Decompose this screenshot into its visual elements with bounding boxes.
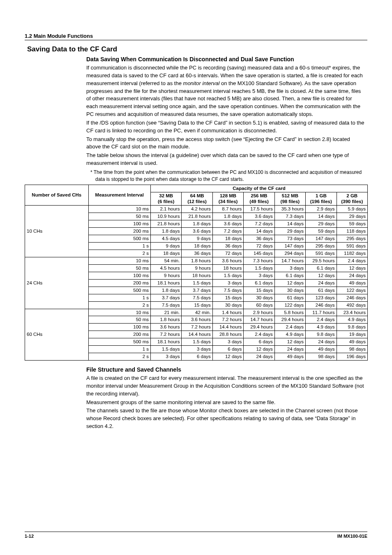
heading-file-structure: File Structure and Saved Channels bbox=[86, 366, 365, 373]
cell-value: 8.7 hours bbox=[212, 206, 243, 213]
cell-value: 21.8 hours bbox=[150, 220, 181, 228]
cell-value: 49 days bbox=[337, 338, 367, 346]
cell-value: 2.1 hours bbox=[150, 206, 181, 213]
cell-value: 9 days bbox=[150, 243, 181, 250]
cell-value: 7.2 hours bbox=[182, 324, 212, 331]
cell-value: 18 days bbox=[150, 250, 181, 257]
cell-value: 295 days bbox=[306, 243, 337, 250]
cell-value: 24 days bbox=[244, 353, 274, 361]
cell-value: 7.3 hours bbox=[244, 257, 274, 264]
cell-value: 21.8 hours bbox=[182, 213, 212, 220]
paragraph-2: If the /DS option function (see “Saving … bbox=[86, 119, 365, 135]
cell-value: 9.8 days bbox=[337, 324, 367, 331]
cell-value: 6.1 days bbox=[274, 272, 305, 279]
cell-value: 1.5 days bbox=[182, 338, 212, 346]
cell-value: 7.5 days bbox=[182, 294, 212, 301]
cell-value: 122 days bbox=[337, 287, 367, 294]
paragraph-4: The table below shows the interval (a gu… bbox=[86, 152, 365, 167]
cell-interval: 100 ms bbox=[88, 220, 150, 228]
table-row: 10 CHs10 ms2.1 hours4.2 hours8.7 hours17… bbox=[25, 206, 368, 213]
cell-value: 4.9 days bbox=[306, 324, 337, 331]
cell-value: 98 days bbox=[337, 346, 367, 353]
cell-value: 147 days bbox=[274, 243, 305, 250]
cell-value: 12 days bbox=[274, 279, 305, 287]
cell-value: 21 min. bbox=[150, 309, 181, 316]
cell-value: 12 days bbox=[212, 353, 243, 361]
cell-value: 1.8 days bbox=[150, 228, 181, 235]
cell-value: 2.4 days bbox=[306, 316, 337, 324]
paragraph-6: Measurement groups of the same monitorin… bbox=[86, 399, 365, 407]
cell-value: 295 days bbox=[337, 235, 367, 243]
cell-value: 28.8 hours bbox=[212, 331, 243, 338]
cell-interval: 1 s bbox=[88, 294, 150, 301]
cell-value: 1.5 days bbox=[212, 272, 243, 279]
cell-value: 6 days bbox=[182, 353, 212, 361]
cell-interval: 500 ms bbox=[88, 287, 150, 294]
cell-value: 61 days bbox=[306, 287, 337, 294]
cell-value: 30 days bbox=[212, 301, 243, 309]
cell-value: 3.6 hours bbox=[182, 316, 212, 324]
cell-value: 42 min. bbox=[182, 309, 212, 316]
cell-value: 1.5 days bbox=[182, 279, 212, 287]
cell-value: 29 days bbox=[274, 228, 305, 235]
cell-interval: 2 s bbox=[88, 301, 150, 309]
paragraph-5: A file is created on the CF card for eve… bbox=[86, 375, 365, 398]
cell-value: 24 days bbox=[306, 338, 337, 346]
cell-value: 12 days bbox=[306, 272, 337, 279]
th-capacity: Capacity of the CF card bbox=[150, 185, 367, 192]
cell-value: 492 days bbox=[337, 301, 367, 309]
heading-data-saving: Data Saving When Communication Is Discon… bbox=[86, 56, 365, 62]
cell-value: 23.4 hours bbox=[337, 309, 367, 316]
cell-value: 11.7 hours bbox=[306, 309, 337, 316]
cell-value: 18.1 hours bbox=[150, 338, 181, 346]
cell-value: 54 min. bbox=[150, 257, 181, 264]
cell-value: 7.3 days bbox=[274, 213, 305, 220]
cell-value: 5.8 hours bbox=[274, 309, 305, 316]
cell-interval: 50 ms bbox=[88, 316, 150, 324]
cell-interval: 1 s bbox=[88, 346, 150, 353]
cell-value: 4.5 hours bbox=[150, 264, 181, 272]
cell-value: 72 days bbox=[244, 243, 274, 250]
cell-interval: 50 ms bbox=[88, 264, 150, 272]
cell-value: 3.6 hours bbox=[150, 324, 181, 331]
cell-value: 591 days bbox=[306, 250, 337, 257]
cell-value: 14 days bbox=[306, 213, 337, 220]
cell-value: 9 hours bbox=[150, 272, 181, 279]
th-saved-chs: Number of Saved CHs bbox=[25, 185, 89, 206]
cell-value: 14 days bbox=[274, 220, 305, 228]
cell-value: 3.7 days bbox=[182, 287, 212, 294]
cell-value: 1.8 days bbox=[212, 213, 243, 220]
cell-value: 29 days bbox=[306, 220, 337, 228]
cell-value: 36 days bbox=[244, 235, 274, 243]
cell-value: 29.4 hours bbox=[244, 324, 274, 331]
cell-value: 591 days bbox=[337, 243, 367, 250]
cell-value: 1.8 hours bbox=[150, 316, 181, 324]
cell-interval: 2 s bbox=[88, 250, 150, 257]
cell-value: 5.9 days bbox=[337, 206, 367, 213]
paragraph-7: The channels saved to the file are those… bbox=[86, 407, 365, 430]
page-title: Saving Data to the CF Card bbox=[27, 45, 367, 53]
cell-value: 196 days bbox=[337, 353, 367, 361]
cell-value: 3.6 days bbox=[244, 213, 274, 220]
cell-value: 3.6 days bbox=[182, 228, 212, 235]
cell-value: 4.5 days bbox=[150, 235, 181, 243]
cell-interval: 1 s bbox=[88, 243, 150, 250]
cell-value: 18.1 hours bbox=[150, 279, 181, 287]
cell-value: 3 days bbox=[244, 272, 274, 279]
cell-value: 1.4 hours bbox=[212, 309, 243, 316]
cell-value: 7.5 days bbox=[212, 287, 243, 294]
cell-interval: 100 ms bbox=[88, 324, 150, 331]
cell-value: 73 days bbox=[274, 235, 305, 243]
cell-value: 7.2 days bbox=[244, 220, 274, 228]
cell-value: 3 days bbox=[150, 353, 181, 361]
cell-value: 4.2 hours bbox=[182, 206, 212, 213]
cell-value: 98 days bbox=[306, 353, 337, 361]
cell-value: 59 days bbox=[306, 228, 337, 235]
cell-value: 246 days bbox=[337, 294, 367, 301]
cell-value: 2.9 days bbox=[306, 206, 337, 213]
cell-value: 1182 days bbox=[337, 250, 367, 257]
cell-value: 60 days bbox=[244, 301, 274, 309]
cell-value: 7.5 days bbox=[150, 301, 181, 309]
cell-value: 2.4 days bbox=[274, 324, 305, 331]
th-capacity-col: 512 MB(98 files) bbox=[274, 192, 305, 206]
